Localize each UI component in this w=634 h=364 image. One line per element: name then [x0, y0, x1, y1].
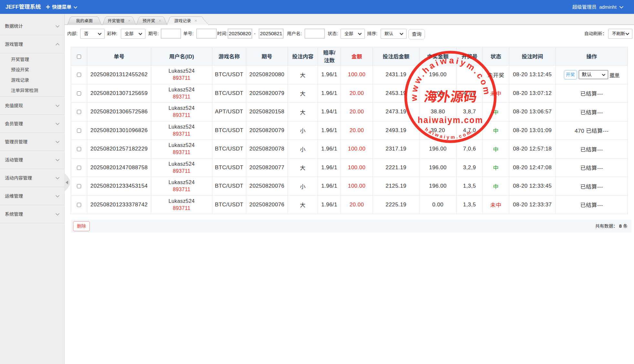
svg-text:haiwaiym.com: haiwaiym.com — [418, 115, 483, 125]
